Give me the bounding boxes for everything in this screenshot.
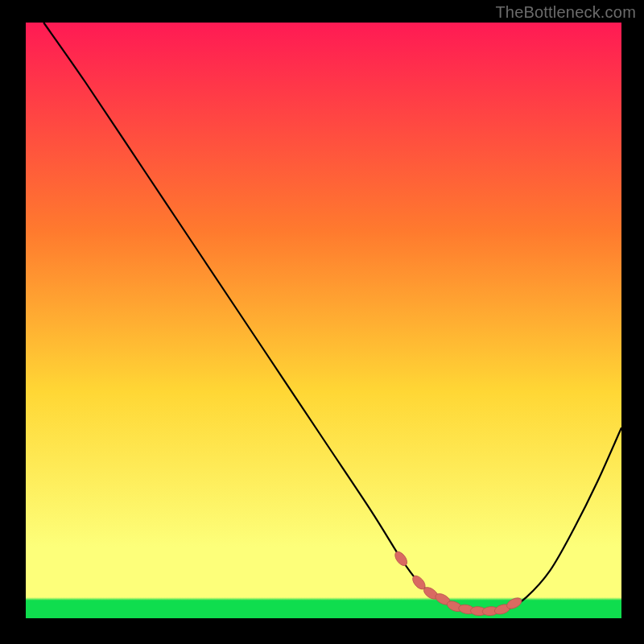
chart-stage: TheBottleneck.com	[0, 0, 644, 644]
watermark-text: TheBottleneck.com	[495, 3, 636, 22]
chart-svg	[0, 0, 644, 644]
plot-gradient-background	[26, 23, 621, 618]
